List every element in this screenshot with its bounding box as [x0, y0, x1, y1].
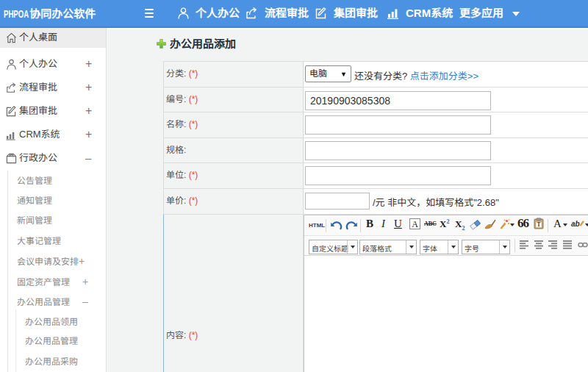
- svg-text:T: T: [537, 221, 540, 228]
